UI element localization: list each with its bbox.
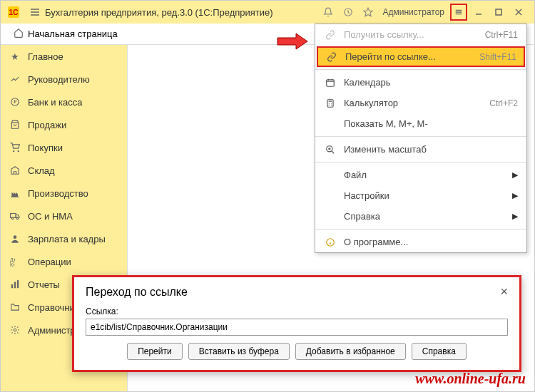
maximize-icon[interactable]: [490, 4, 507, 21]
svg-rect-16: [14, 282, 16, 289]
bars-icon: [9, 279, 21, 290]
zoom-icon: [324, 145, 337, 155]
gear-icon: [9, 324, 21, 336]
menu-zoom[interactable]: Изменить масштаб: [315, 139, 526, 160]
svg-rect-9: [11, 214, 16, 218]
paste-button[interactable]: Вставить из буфера: [188, 343, 290, 360]
svg-rect-19: [327, 79, 335, 86]
sidebar-item-main[interactable]: ★Главное: [1, 45, 127, 68]
menu-help[interactable]: Справка ▶: [315, 206, 526, 227]
link-go-icon: [325, 52, 338, 62]
sidebar-item-sales[interactable]: Продажи: [1, 113, 127, 136]
menu-calculator[interactable]: Калькулятор Ctrl+F2: [315, 93, 526, 113]
go-link-dialog: Переход по ссылке × Ссылка: Перейти Вста…: [72, 275, 521, 372]
watermark: www.online-ufa.ru: [415, 371, 526, 387]
separator: [315, 136, 526, 137]
minimize-icon[interactable]: [470, 4, 487, 21]
favorite-button[interactable]: Добавить в избранное: [295, 343, 406, 360]
folder-icon: [9, 301, 21, 313]
svg-rect-4: [496, 9, 501, 15]
factory-icon: [9, 187, 21, 199]
separator: [315, 229, 526, 229]
user-label[interactable]: Администратор: [382, 7, 444, 17]
svg-text:₽: ₽: [14, 99, 17, 104]
svg-point-18: [14, 329, 16, 331]
sidebar-item-warehouse[interactable]: Склад: [1, 159, 127, 182]
ruble-icon: ₽: [9, 96, 21, 108]
chevron-right-icon: ▶: [512, 170, 518, 180]
sidebar-item-payroll[interactable]: Зарплата и кадры: [1, 227, 127, 250]
link-input[interactable]: [86, 319, 508, 336]
sidebar-item-manager[interactable]: Руководителю: [1, 68, 127, 91]
close-icon[interactable]: [510, 4, 527, 21]
window-title: Бухгалтерия предприятия, ред.3.0 (1С:Пре…: [45, 7, 318, 18]
separator: [315, 162, 526, 163]
sidebar-item-operations[interactable]: ДтКтОперации: [1, 250, 127, 273]
app-logo-icon: 1С: [6, 5, 21, 19]
bell-icon[interactable]: [320, 4, 337, 21]
main-menu-icon[interactable]: [26, 4, 44, 21]
link-field-label: Ссылка:: [86, 306, 508, 316]
sidebar-item-assets[interactable]: ОС и НМА: [1, 205, 127, 227]
bag-icon: [9, 119, 21, 130]
menu-settings[interactable]: Настройки ▶: [315, 185, 526, 206]
menu-go-link[interactable]: Перейти по ссылке... Shift+F11: [317, 46, 525, 67]
star-icon: ★: [9, 51, 21, 62]
history-icon[interactable]: [340, 4, 357, 21]
service-dropdown: Получить ссылку... Ctrl+F11 Перейти по с…: [315, 24, 527, 253]
close-icon[interactable]: ×: [500, 284, 508, 299]
annotation-arrow-icon: [276, 32, 309, 53]
svg-rect-20: [327, 99, 333, 107]
box-icon: [9, 165, 21, 176]
svg-marker-3: [365, 8, 373, 16]
svg-rect-17: [17, 280, 19, 288]
calculator-icon: [324, 98, 337, 108]
separator: [315, 69, 526, 70]
menu-calendar[interactable]: Календарь: [315, 72, 526, 93]
cart-icon: [9, 142, 21, 153]
tab-home[interactable]: Начальная страница: [6, 25, 125, 43]
calendar-icon: [324, 78, 337, 88]
ledger-icon: ДтКт: [9, 256, 21, 267]
svg-text:1С: 1С: [9, 9, 19, 16]
person-icon: [9, 233, 21, 244]
sidebar-item-production[interactable]: Производство: [1, 182, 127, 205]
chevron-right-icon: ▶: [512, 191, 518, 200]
star-icon[interactable]: [360, 4, 377, 21]
dialog-title: Переход по ссылке: [86, 286, 188, 299]
service-menu-icon[interactable]: [450, 4, 467, 21]
svg-point-11: [16, 217, 18, 219]
truck-icon: [9, 210, 21, 222]
go-button[interactable]: Перейти: [127, 343, 183, 360]
svg-text:Кт: Кт: [10, 262, 16, 267]
menu-get-link: Получить ссылку... Ctrl+F11: [315, 24, 526, 45]
svg-point-10: [11, 217, 13, 219]
titlebar: 1С Бухгалтерия предприятия, ред.3.0 (1С:…: [1, 1, 534, 24]
home-icon: [14, 28, 24, 40]
chart-icon: [9, 73, 21, 85]
link-icon: [324, 30, 337, 40]
sidebar-item-bank[interactable]: ₽Банк и касса: [1, 91, 127, 113]
tab-label: Начальная страница: [28, 29, 118, 39]
svg-point-7: [14, 151, 14, 152]
menu-file[interactable]: Файл ▶: [315, 165, 526, 185]
svg-rect-15: [11, 284, 13, 288]
menu-about[interactable]: О программе...: [315, 232, 526, 252]
chevron-right-icon: ▶: [512, 212, 518, 221]
sidebar-item-purchases[interactable]: Покупки: [1, 136, 127, 159]
help-button[interactable]: Справка: [412, 343, 467, 360]
menu-show-m[interactable]: Показать M, M+, M-: [315, 113, 526, 134]
info-icon: [324, 237, 337, 247]
svg-point-12: [14, 235, 17, 239]
svg-point-8: [18, 151, 19, 152]
